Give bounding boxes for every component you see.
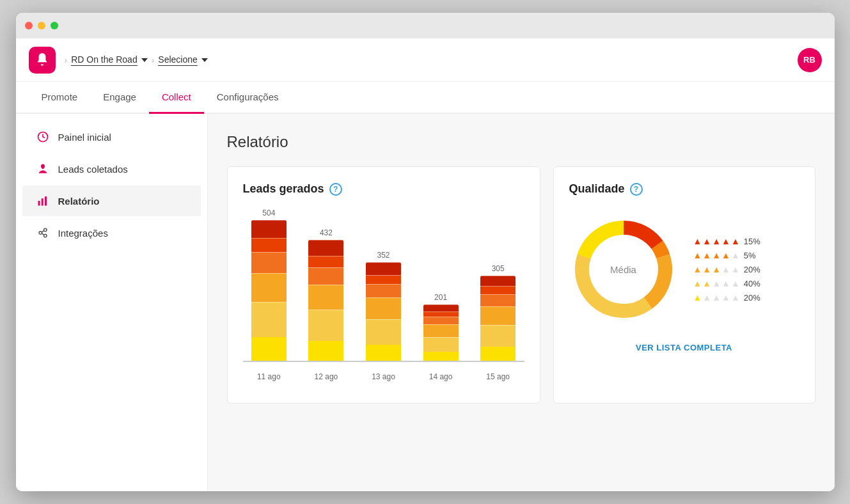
flame-full: ▲ [721,250,730,260]
bar-stack [251,220,287,361]
bar-segment [308,341,343,361]
tab-configuracoes[interactable]: Configurações [204,82,292,114]
page-title: Relatório [227,133,815,151]
legend-percent: 40% [744,279,760,288]
flame-empty: ▲ [721,264,730,274]
flame-empty: ▲ [731,292,740,303]
flame-empty: ▲ [712,292,721,303]
flame-full: ▲ [693,278,702,288]
bar-segment [480,294,516,306]
legend-row: ▲▲▲▲▲15% [693,236,760,246]
svg-point-4 [39,232,42,235]
nav-tabs: Promote Engage Collect Configurações [16,82,835,114]
svg-point-6 [43,234,47,237]
svg-rect-3 [45,196,47,205]
bar-segment [251,302,287,337]
close-button[interactable] [25,22,33,29]
svg-rect-2 [41,198,43,205]
bar-segment [480,286,516,294]
breadcrumb-item-2[interactable]: Selecione [158,54,208,66]
bar-value-label: 432 [320,228,333,237]
bar-group: 432 [306,228,346,361]
app-logo [29,47,56,74]
bar-labels: 11 ago12 ago13 ago14 ago15 ago [243,367,524,381]
quality-help-icon[interactable]: ? [630,183,643,196]
main-layout: Painel inicial Leads coletados [16,114,835,491]
bar-group: 504 [249,209,289,361]
quality-content: Média ▲▲▲▲▲15%▲▲▲▲▲5%▲▲▲▲▲20%▲▲▲▲▲40%▲▲▲… [569,209,799,330]
tab-engage[interactable]: Engage [90,82,149,114]
legend-percent: 20% [744,293,760,303]
bar-segment [308,267,343,285]
legend-row: ▲▲▲▲▲5% [693,250,760,260]
bar-segment [308,256,343,267]
flame-full: ▲ [693,250,702,260]
flame-empty: ▲ [731,250,740,260]
quality-card-title: Qualidade ? [569,182,799,196]
sidebar-item-painel[interactable]: Painel inicial [22,122,201,152]
legend-percent: 20% [744,265,760,274]
svg-rect-1 [38,201,40,206]
bar-segment [251,337,287,361]
sidebar-item-integracoes[interactable]: Integrações [22,217,201,248]
maximize-button[interactable] [51,22,58,29]
bar-segment [251,238,287,253]
flames: ▲▲▲▲▲ [693,264,740,274]
tab-collect[interactable]: Collect [149,82,204,114]
bar-segment [308,240,343,256]
svg-point-5 [43,228,47,232]
breadcrumb-item-1[interactable]: RD On the Road [71,54,148,66]
flames: ▲▲▲▲▲ [693,292,740,303]
flame-full: ▲ [693,292,702,303]
flame-full: ▲ [731,236,740,246]
bar-value-label: 504 [262,209,275,217]
bar-segment [480,306,516,325]
donut-center-label: Média [610,264,636,275]
bar-date-label: 14 ago [421,372,460,381]
bar-chart: 504432352201305 [243,209,524,362]
flame-full: ▲ [712,236,721,246]
breadcrumb-dropdown-2[interactable] [201,58,208,62]
main-window: › RD On the Road › Selecione RB Promote … [16,13,835,491]
bar-date-label: 15 ago [478,372,518,381]
flame-full: ▲ [712,264,721,274]
leads-icon [36,162,49,175]
donut-wrapper: Média [569,215,678,324]
bar-segment [251,220,287,238]
bar-segment [423,352,459,361]
sidebar-item-leads[interactable]: Leads coletados [22,154,201,184]
flame-full: ▲ [721,236,730,246]
sidebar-item-relatorio[interactable]: Relatório [22,185,201,216]
bar-segment [251,273,287,303]
content-area: Relatório Leads gerados ? 50443235220130… [208,114,835,491]
bar-segment [423,311,459,317]
bar-segment [366,275,401,284]
tab-promote[interactable]: Promote [29,82,91,114]
flame-full: ▲ [702,250,711,260]
minimize-button[interactable] [38,22,45,29]
bar-value-label: 305 [492,264,505,273]
bar-group: 352 [364,251,404,361]
breadcrumb-dropdown-1[interactable] [141,58,148,62]
flames: ▲▲▲▲▲ [693,250,740,260]
leads-card: Leads gerados ? 504432352201305 11 ago12… [227,166,540,404]
legend-percent: 5% [744,251,756,260]
leads-help-icon[interactable]: ? [329,183,342,196]
legend-row: ▲▲▲▲▲20% [693,292,760,303]
svg-line-7 [42,231,43,233]
avatar[interactable]: RB [798,48,822,72]
flame-full: ▲ [712,250,721,260]
bar-segment [308,310,343,341]
legend-row: ▲▲▲▲▲20% [693,264,760,274]
flame-full: ▲ [693,264,702,274]
app-body: › RD On the Road › Selecione RB Promote … [16,38,835,491]
legend-row: ▲▲▲▲▲40% [693,278,760,288]
report-icon [36,194,49,207]
ver-lista-button[interactable]: VER LISTA COMPLETA [569,343,799,352]
top-bar: › RD On the Road › Selecione RB [16,38,835,82]
bar-stack [308,240,343,361]
dashboard-icon [36,130,49,143]
bar-chart-wrapper: 504432352201305 11 ago12 ago13 ago14 ago… [243,209,524,388]
bar-segment [423,324,459,336]
breadcrumb-arrow-1: › [65,55,68,65]
